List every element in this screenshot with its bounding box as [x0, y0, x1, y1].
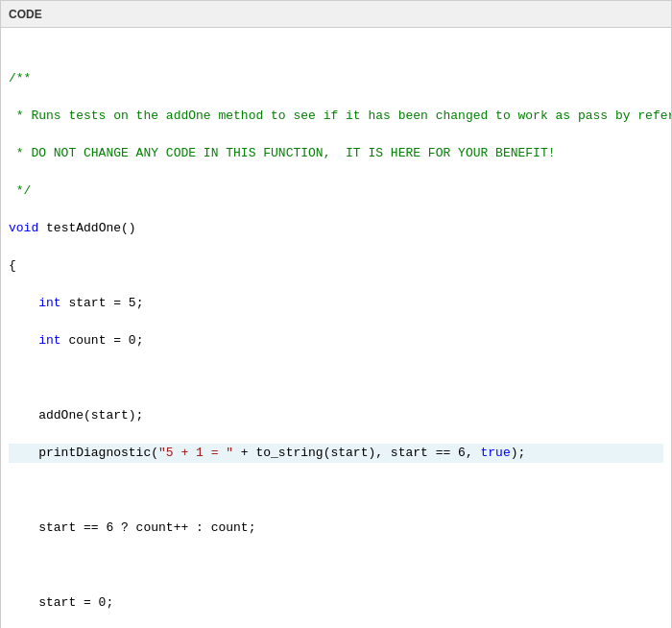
code-line: /**: [9, 69, 663, 88]
code-line: int count = 0;: [9, 331, 663, 350]
code-line-highlight: printDiagnostic("5 + 1 = " + to_string(s…: [9, 444, 663, 463]
code-line: {: [9, 256, 663, 276]
code-line: * DO NOT CHANGE ANY CODE IN THIS FUNCTIO…: [9, 144, 663, 163]
code-line: * Runs tests on the addOne method to see…: [9, 107, 663, 126]
title-label: CODE: [9, 8, 42, 21]
editor-container: CODE /** * Runs tests on the addOne meth…: [0, 0, 672, 628]
code-line: start == 6 ? count++ : count;: [9, 519, 663, 538]
code-line: addOne(start);: [9, 406, 663, 425]
code-line: void testAddOne(): [9, 219, 663, 238]
code-line: [9, 556, 663, 575]
code-content: /** * Runs tests on the addOne method to…: [1, 28, 671, 628]
code-line: */: [9, 181, 663, 201]
title-bar: CODE: [1, 1, 671, 28]
code-area: /** * Runs tests on the addOne method to…: [1, 28, 671, 628]
code-line: [9, 481, 663, 500]
code-line: start = 0;: [9, 593, 663, 613]
code-line: int start = 5;: [9, 294, 663, 313]
code-line: [9, 369, 663, 388]
